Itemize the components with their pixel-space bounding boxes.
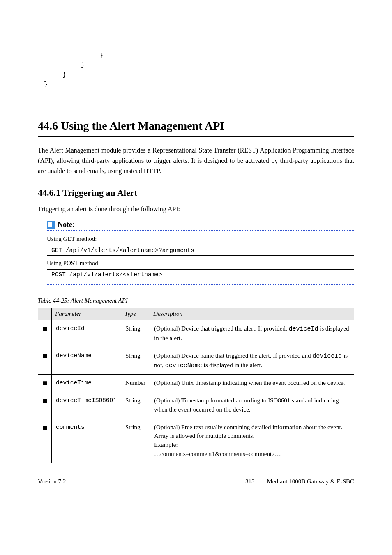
code-line: } — [44, 72, 66, 79]
row-type: String — [121, 320, 150, 347]
page-footer: Version 7.2 313 Mediant 1000B Gateway & … — [38, 478, 354, 485]
row-desc: (Optional) Free text usually containing … — [150, 419, 354, 463]
row-desc: (Optional) Device name that triggered th… — [150, 347, 354, 375]
th-blank — [38, 308, 52, 320]
note-block: Note: Using GET method: GET /api/v1/aler… — [47, 220, 354, 285]
dotted-divider-bottom — [47, 284, 354, 285]
desc-mono: deviceId — [288, 326, 318, 333]
row-param: deviceId — [52, 320, 121, 347]
note-label: Note: — [58, 220, 75, 229]
section-rule — [38, 136, 354, 137]
section-heading: 44.6 Using the Alert Management API — [38, 119, 354, 132]
table-header-row: Parameter Type Description — [38, 308, 354, 320]
desc-mono: deviceId — [312, 353, 342, 360]
desc-mono: deviceName — [165, 362, 202, 369]
row-bullet: ◼ — [38, 320, 52, 347]
subsection-intro: Triggering an alert is done through the … — [38, 206, 354, 213]
footer-version: Version 7.2 — [38, 478, 66, 485]
row-type: String — [121, 419, 150, 463]
footer-page-number: 313 — [245, 478, 255, 485]
row-bullet: ◼ — [38, 419, 52, 463]
note-post-code: POST /api/v1/alerts/<alertname> — [47, 269, 354, 280]
row-desc: (Optional) Timestamp formatted according… — [150, 392, 354, 419]
row-desc: (Optional) Device that triggered the ale… — [150, 320, 354, 347]
code-line: } — [44, 81, 48, 88]
th-type: Type — [121, 308, 150, 320]
row-bullet: ◼ — [38, 392, 52, 419]
dotted-divider-top — [47, 230, 354, 231]
row-type: String — [121, 392, 150, 419]
table-row: ◼ deviceTimeISO8601 String (Optional) Ti… — [38, 392, 354, 419]
code-line: } — [44, 52, 103, 59]
desc-text: (Optional) Device name that triggered th… — [154, 352, 312, 359]
note-post-desc: Using POST method: — [47, 260, 354, 267]
footer-product: Mediant 1000B Gateway & E-SBC — [267, 478, 354, 485]
row-bullet: ◼ — [38, 347, 52, 375]
desc-line: (Optional) Free text usually containing … — [154, 423, 350, 441]
note-icon — [47, 221, 55, 229]
row-param: comments — [52, 419, 121, 463]
code-listing-continuation: } } } } — [38, 44, 354, 95]
section-intro-paragraph: The Alert Management module provides a R… — [38, 146, 354, 176]
note-get-code: GET /api/v1/alerts/<alertname>?arguments — [47, 245, 354, 256]
row-type: String — [121, 347, 150, 375]
row-param: deviceTimeISO8601 — [52, 392, 121, 419]
desc-text: (Optional) Device that triggered the ale… — [154, 325, 287, 332]
row-type: Number — [121, 375, 150, 392]
row-param: deviceName — [52, 347, 121, 375]
parameters-table: Parameter Type Description ◼ deviceId St… — [38, 308, 354, 463]
row-desc: (Optional) Unix timestamp indicating whe… — [150, 375, 354, 392]
table-caption: Table 44-25: Alert Management API — [38, 297, 354, 304]
subsection-heading: 44.6.1 Triggering an Alert — [38, 187, 354, 198]
table-row: ◼ deviceName String (Optional) Device na… — [38, 347, 354, 375]
note-get-desc: Using GET method: — [47, 236, 354, 243]
code-line: } — [44, 62, 85, 69]
row-bullet: ◼ — [38, 375, 52, 392]
table-row: ◼ deviceTime Number (Optional) Unix time… — [38, 375, 354, 392]
table-row: ◼ comments String (Optional) Free text u… — [38, 419, 354, 463]
th-description: Description — [150, 308, 354, 320]
desc-line: Example: — [154, 441, 350, 450]
row-param: deviceTime — [52, 375, 121, 392]
table-row: ◼ deviceId String (Optional) Device that… — [38, 320, 354, 347]
th-parameter: Parameter — [52, 308, 121, 320]
desc-line: …comments=comment1&comments=comment2… — [154, 450, 350, 459]
desc-text: is displayed in the alert. — [202, 362, 263, 368]
